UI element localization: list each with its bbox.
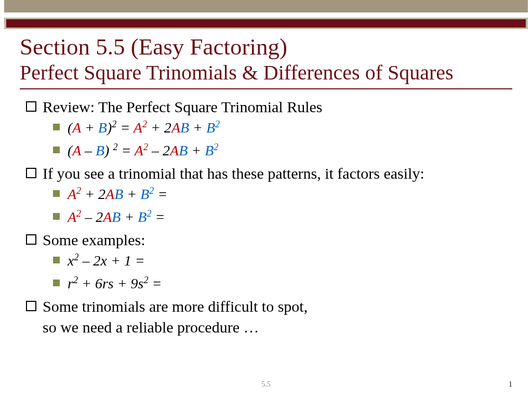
formula-line: x2 – 2x + 1 = [68, 250, 512, 271]
bullet-text-line2: so we need a reliable procedure … [43, 318, 259, 336]
formula-line: A2 + 2AB + B2 = [68, 184, 512, 205]
bullet-list: Review: The Perfect Square Trinomial Rul… [20, 97, 512, 338]
bullet-text: If you see a trinomial that has these pa… [43, 165, 424, 182]
bullet-text: Some examples: [43, 231, 145, 248]
banner-bar-dark [6, 19, 526, 28]
slide-content: Section 5.5 (Easy Factoring) Perfect Squ… [20, 34, 512, 340]
formula-line: (A – B) 2 = A2 – 2AB + B2 [68, 140, 512, 161]
formula-line: (A + B)2 = A2 + 2AB + B2 [68, 117, 512, 138]
title-line1: Section 5.5 (Easy Factoring) [20, 34, 512, 60]
top-banner [0, 0, 532, 30]
bullet-item-3: Some examples: x2 – 2x + 1 = r2 + 6rs + … [43, 230, 512, 294]
banner-bar-top [4, 0, 528, 12]
formula-line: r2 + 6rs + 9s2 = [68, 273, 512, 294]
title-divider [20, 88, 512, 89]
bullet-text-line1: Some trinomials are more difficult to sp… [43, 298, 308, 315]
bullet-item-1: Review: The Perfect Square Trinomial Rul… [43, 97, 512, 161]
page-number: 1 [509, 380, 512, 389]
sub-list-3: x2 – 2x + 1 = r2 + 6rs + 9s2 = [43, 250, 512, 294]
slide: Section 5.5 (Easy Factoring) Perfect Squ… [0, 0, 532, 399]
title-line2: Perfect Square Trinomials & Differences … [20, 60, 512, 85]
footer-center: 5.5 [261, 380, 271, 389]
sub-list-2: A2 + 2AB + B2 = A2 – 2AB + B2 = [43, 184, 512, 228]
bullet-item-2: If you see a trinomial that has these pa… [43, 163, 512, 228]
sub-list-1: (A + B)2 = A2 + 2AB + B2 (A – B) 2 = A2 … [43, 117, 512, 161]
bullet-text: Review: The Perfect Square Trinomial Rul… [43, 98, 323, 115]
bullet-item-4: Some trinomials are more difficult to sp… [43, 296, 512, 338]
formula-line: A2 – 2AB + B2 = [68, 207, 512, 228]
